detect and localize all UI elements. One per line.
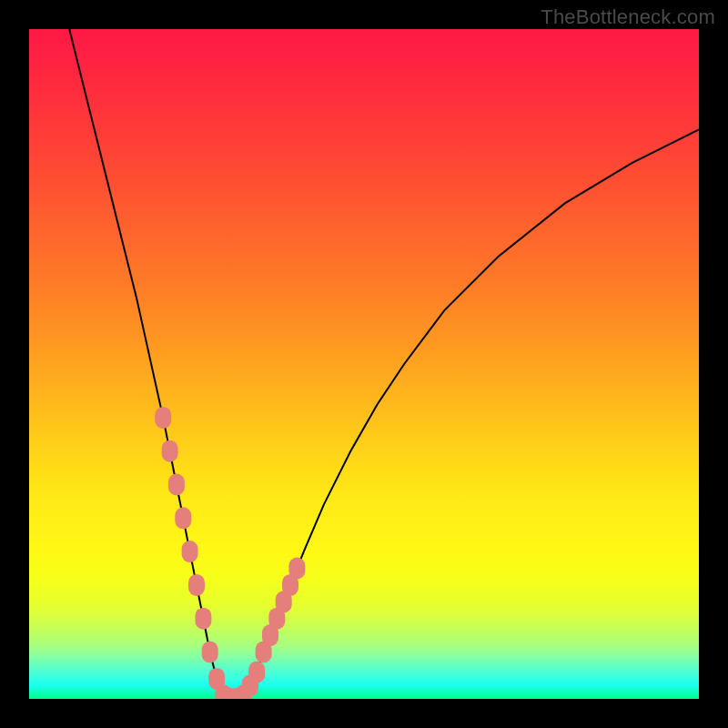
marker-point <box>155 407 171 429</box>
marker-point <box>248 662 265 683</box>
marker-point <box>182 541 198 562</box>
plot-area <box>29 29 699 699</box>
marker-point <box>202 642 218 663</box>
marker-point <box>168 474 185 496</box>
marker-point <box>175 507 191 529</box>
chart-frame: TheBottleneck.com <box>0 0 728 728</box>
markers-svg <box>29 29 699 699</box>
marker-point <box>188 574 205 596</box>
watermark-text: TheBottleneck.com <box>541 5 715 29</box>
marker-point <box>195 608 211 630</box>
marker-point <box>162 440 178 462</box>
marker-point <box>288 558 305 580</box>
